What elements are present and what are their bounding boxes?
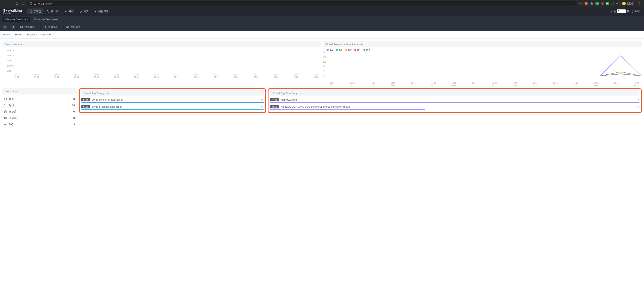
extension-icon[interactable]: ⛶: [611, 2, 614, 5]
legend-item[interactable]: p50: [327, 49, 333, 51]
x-tick: 17:0603-22: [492, 82, 497, 86]
top-right-controls: 自动 秒 刷新: [611, 9, 641, 14]
copy-button[interactable]: [637, 98, 640, 101]
copy-button[interactable]: [261, 98, 264, 101]
x-tick: 17:1603-22: [274, 74, 278, 78]
endpoint-selector[interactable]: < > 当前端点: [43, 23, 64, 31]
svg-line-9: [48, 11, 48, 12]
tab-endpoint[interactable]: Endpoint: [27, 33, 37, 38]
address-bar[interactable]: 127.0.0.1:8080: [27, 1, 576, 6]
tab-service[interactable]: Service: [14, 33, 23, 38]
legend-item[interactable]: p99: [363, 49, 370, 51]
brief-label: 服务: [9, 97, 14, 101]
browser-chrome: 127.0.0.1:8080 ☆ ▦ on ⛶ ✦ 已暂停 ⋮: [0, 0, 644, 7]
brief-row: 数据库0: [3, 109, 75, 115]
nav-label: 指标对比: [98, 10, 108, 13]
nav-alarm[interactable]: 告警: [77, 9, 91, 14]
item-name: demo-consumer-application: [92, 98, 259, 101]
series-line-p95: [329, 72, 642, 76]
reload-selectors-button[interactable]: [10, 25, 15, 29]
active-indicator-icon: [5, 18, 6, 20]
x-tick: 17:0803-22: [512, 82, 517, 86]
y-tick: 250: [323, 51, 326, 54]
percentile-chart: 250 200 150 100 50 0: [323, 51, 642, 81]
nav-label: 追踪: [68, 10, 74, 13]
lock-button[interactable]: [2, 25, 8, 29]
topology-icon: [47, 10, 50, 13]
forward-button[interactable]: [8, 1, 13, 6]
pause-label: 已暂停: [626, 2, 634, 5]
service-selector[interactable]: 当前服务: [20, 23, 40, 31]
top-list-item: 3 cpmdemo-consumer-application: [81, 98, 264, 103]
y-tick: 0ms: [7, 70, 321, 73]
panel-global-heatmap: Global Heatmap 2000ms 1500ms 1000ms 500m…: [2, 41, 321, 86]
percentile-x-axis: 16:5003-2216:5203-2216:5403-2216:5603-22…: [323, 81, 642, 86]
reload-button[interactable]: [14, 1, 19, 6]
back-button[interactable]: [2, 1, 7, 6]
nav-dashboard[interactable]: 仪表盘: [27, 9, 44, 14]
extension-icon[interactable]: [590, 2, 594, 5]
nav-label: 拓扑图: [51, 10, 58, 13]
item-name: Kafka/DEMO-TOPIC-01/Consumer/demo01-cons…: [281, 105, 635, 108]
series-line-p90: [329, 72, 642, 76]
legend-item[interactable]: p95: [354, 49, 360, 51]
brief-list: 服务0< >端点15数据库0存储器0MQ3: [2, 95, 77, 128]
legend-item[interactable]: p90: [345, 49, 352, 51]
x-tick: 16:5603-22: [74, 74, 79, 78]
tab-instance[interactable]: Instance: [41, 33, 50, 38]
refresh-icon: [632, 10, 634, 13]
item-name: demo-producer-application: [92, 105, 259, 108]
refresh-label: 刷新: [635, 10, 640, 13]
brief-value: 0: [73, 110, 75, 113]
logo-sub: Rocketbot: [3, 12, 22, 14]
progress-bar: [81, 109, 264, 110]
instance-selector[interactable]: 当前实例: [66, 23, 86, 31]
nav-label: 告警: [84, 10, 88, 13]
selector-label: 当前实例: [71, 25, 80, 29]
panel-top-slow-endpoint: Global Top Slow Endpoint 77 ms/demo01/se…: [268, 88, 642, 113]
x-tick: 17:0203-22: [134, 74, 139, 78]
extension-icon[interactable]: [584, 2, 588, 5]
brief-row-icon: [4, 110, 7, 114]
logo-main: Skywalking: [3, 9, 22, 12]
progress-bar: [270, 102, 640, 103]
tab-database-dashboard[interactable]: Database Dashboard: [32, 17, 61, 22]
x-tick: 17:0603-22: [174, 74, 178, 78]
percentile-y-axis: 250 200 150 100 50 0: [323, 51, 326, 77]
profile-pause-button[interactable]: 已暂停: [620, 1, 635, 6]
copy-button[interactable]: [637, 106, 640, 108]
kebab-menu-icon[interactable]: ⋮: [637, 1, 642, 6]
extension-icon[interactable]: on: [606, 3, 609, 5]
x-tick: 17:2003-22: [314, 74, 318, 78]
copy-button[interactable]: [261, 106, 264, 108]
tab-global[interactable]: Global: [3, 33, 10, 38]
nav-group: 仪表盘 拓扑图 追踪 告警 指标对比: [27, 9, 111, 14]
tab-service-dashboard[interactable]: Service Dashboard: [2, 17, 30, 22]
series-line-p75: [329, 74, 642, 76]
extension-icon[interactable]: ✦: [616, 2, 618, 6]
refresh-button[interactable]: 刷新: [630, 9, 641, 14]
logo[interactable]: Skywalking Rocketbot: [3, 9, 22, 14]
nav-topology[interactable]: 拓扑图: [45, 9, 61, 14]
bookmark-star-icon[interactable]: ☆: [578, 1, 583, 6]
x-tick: 17:0003-22: [431, 82, 436, 86]
x-tick: 16:5003-22: [330, 82, 334, 86]
panel-response-percentile: Global Response Time Percentile p50p75p9…: [323, 41, 642, 86]
extension-icon[interactable]: [596, 2, 599, 5]
x-tick: 17:0403-22: [154, 74, 158, 78]
extension-icon[interactable]: ▦: [601, 3, 604, 5]
nav-trace[interactable]: 追踪: [62, 9, 76, 14]
x-tick: 16:5603-22: [391, 82, 395, 86]
heatmap-chart: 2000ms 1500ms 1000ms 500ms 0ms 16:5003-2…: [2, 48, 321, 79]
auto-refresh-input[interactable]: [617, 10, 626, 13]
x-tick: 17:0803-22: [194, 74, 198, 78]
item-name: /demo01/send: [281, 98, 635, 101]
brief-row-icon: < >: [4, 104, 7, 107]
legend-item[interactable]: p75: [336, 49, 342, 51]
extensions-tray: ▦ on ⛶ ✦ 已暂停 ⋮: [584, 1, 642, 6]
selector-toolbar: 当前服务 < > 当前端点 当前实例: [0, 23, 644, 31]
nav-label: 仪表盘: [34, 10, 41, 13]
site-info-icon[interactable]: [30, 2, 32, 5]
home-button[interactable]: [21, 1, 26, 6]
nav-compare[interactable]: 指标对比: [92, 9, 111, 14]
